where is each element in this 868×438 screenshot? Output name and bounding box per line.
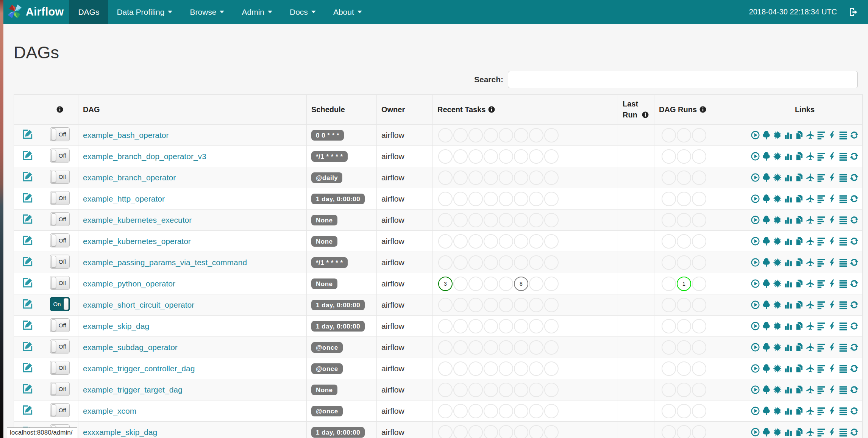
recent-task-circle[interactable]: [438, 192, 453, 206]
dag-run-circle[interactable]: [662, 128, 676, 142]
refresh-icon[interactable]: [849, 152, 859, 161]
dag-link[interactable]: example_short_circuit_operator: [83, 300, 194, 309]
dag-run-circle[interactable]: [662, 234, 676, 249]
dag-run-circle[interactable]: 1: [677, 277, 691, 291]
recent-task-circle[interactable]: [468, 171, 483, 185]
refresh-icon[interactable]: [849, 364, 859, 373]
dag-run-circle[interactable]: [677, 361, 691, 376]
recent-task-circle[interactable]: [544, 404, 559, 418]
graph-view-icon[interactable]: [773, 343, 782, 352]
task-tries-icon[interactable]: [795, 194, 804, 203]
dag-link[interactable]: example_trigger_target_dag: [83, 385, 183, 394]
dag-pause-toggle[interactable]: Off: [50, 361, 70, 375]
dag-link[interactable]: example_kubernetes_operator: [83, 237, 191, 246]
graph-view-icon[interactable]: [773, 236, 782, 246]
recent-task-circle[interactable]: [468, 383, 483, 397]
landing-times-icon[interactable]: [806, 130, 815, 140]
recent-task-circle[interactable]: [484, 425, 498, 438]
task-tries-icon[interactable]: [795, 343, 804, 352]
edit-dag-button[interactable]: [22, 319, 33, 331]
code-view-icon[interactable]: [827, 385, 837, 394]
code-view-icon[interactable]: [827, 406, 837, 416]
recent-task-circle[interactable]: [514, 383, 528, 397]
recent-task-circle[interactable]: [544, 213, 559, 227]
task-tries-icon[interactable]: [795, 236, 804, 246]
recent-task-circle[interactable]: [529, 340, 543, 355]
task-duration-icon[interactable]: [784, 152, 793, 161]
recent-task-circle[interactable]: [484, 340, 498, 355]
dag-run-circle[interactable]: [677, 319, 691, 333]
logs-icon[interactable]: [838, 173, 848, 182]
dag-run-circle[interactable]: [677, 404, 691, 418]
recent-task-circle[interactable]: [468, 192, 483, 206]
recent-task-circle[interactable]: [468, 361, 483, 376]
recent-task-circle[interactable]: [453, 171, 468, 185]
recent-task-circle[interactable]: [453, 149, 468, 164]
refresh-icon[interactable]: [849, 130, 859, 140]
edit-dag-button[interactable]: [22, 150, 33, 161]
code-view-icon[interactable]: [827, 321, 837, 331]
recent-task-circle[interactable]: [468, 277, 483, 291]
logs-icon[interactable]: [838, 236, 848, 246]
dag-run-circle[interactable]: [662, 340, 676, 355]
logs-icon[interactable]: [838, 321, 848, 331]
task-duration-icon[interactable]: [784, 194, 793, 203]
logs-icon[interactable]: [838, 385, 848, 394]
recent-task-circle[interactable]: [514, 213, 528, 227]
recent-task-circle[interactable]: [438, 255, 453, 270]
gantt-icon[interactable]: [816, 258, 826, 267]
landing-times-icon[interactable]: [806, 406, 815, 416]
task-tries-icon[interactable]: [795, 152, 804, 161]
recent-task-circle[interactable]: 8: [514, 277, 528, 291]
trigger-dag-icon[interactable]: [751, 279, 760, 288]
task-duration-icon[interactable]: [784, 406, 793, 416]
refresh-icon[interactable]: [849, 279, 859, 288]
recent-task-circle[interactable]: [484, 277, 498, 291]
landing-times-icon[interactable]: [806, 152, 815, 161]
dag-run-circle[interactable]: [677, 255, 691, 270]
tree-view-icon[interactable]: [762, 173, 771, 182]
recent-task-circle[interactable]: [529, 277, 543, 291]
graph-view-icon[interactable]: [773, 427, 782, 437]
gantt-icon[interactable]: [816, 300, 826, 310]
recent-task-circle[interactable]: [453, 340, 468, 355]
landing-times-icon[interactable]: [806, 279, 815, 288]
recent-task-circle[interactable]: [453, 192, 468, 206]
tree-view-icon[interactable]: [762, 427, 771, 437]
recent-task-circle[interactable]: [468, 149, 483, 164]
refresh-icon[interactable]: [849, 173, 859, 182]
logs-icon[interactable]: [838, 258, 848, 267]
recent-task-circle[interactable]: [438, 298, 453, 312]
task-duration-icon[interactable]: [784, 343, 793, 352]
recent-task-circle[interactable]: [514, 298, 528, 312]
dag-run-circle[interactable]: [677, 383, 691, 397]
dag-run-circle[interactable]: [677, 213, 691, 227]
recent-task-circle[interactable]: [438, 383, 453, 397]
recent-task-circle[interactable]: [499, 171, 513, 185]
recent-task-circle[interactable]: [544, 255, 559, 270]
dag-link[interactable]: example_subdag_operator: [83, 343, 178, 352]
recent-task-circle[interactable]: 3: [438, 277, 453, 291]
trigger-dag-icon[interactable]: [751, 385, 760, 394]
recent-task-circle[interactable]: [499, 361, 513, 376]
recent-task-circle[interactable]: [514, 128, 528, 142]
logs-icon[interactable]: [838, 152, 848, 161]
dag-link[interactable]: example_passing_params_via_test_command: [83, 258, 247, 267]
edit-dag-button[interactable]: [22, 383, 33, 394]
dag-pause-toggle[interactable]: Off: [50, 233, 70, 247]
edit-dag-button[interactable]: [22, 298, 33, 310]
logs-icon[interactable]: [838, 427, 848, 437]
graph-view-icon[interactable]: [773, 300, 782, 310]
recent-task-circle[interactable]: [514, 255, 528, 270]
recent-task-circle[interactable]: [453, 234, 468, 249]
recent-task-circle[interactable]: [514, 319, 528, 333]
recent-task-circle[interactable]: [453, 383, 468, 397]
dag-run-circle[interactable]: [692, 340, 706, 355]
dag-pause-toggle[interactable]: Off: [50, 339, 70, 354]
graph-view-icon[interactable]: [773, 130, 782, 140]
trigger-dag-icon[interactable]: [751, 427, 760, 437]
tree-view-icon[interactable]: [762, 152, 771, 161]
dag-pause-toggle[interactable]: Off: [50, 212, 70, 226]
recent-task-circle[interactable]: [499, 340, 513, 355]
task-duration-icon[interactable]: [784, 215, 793, 225]
